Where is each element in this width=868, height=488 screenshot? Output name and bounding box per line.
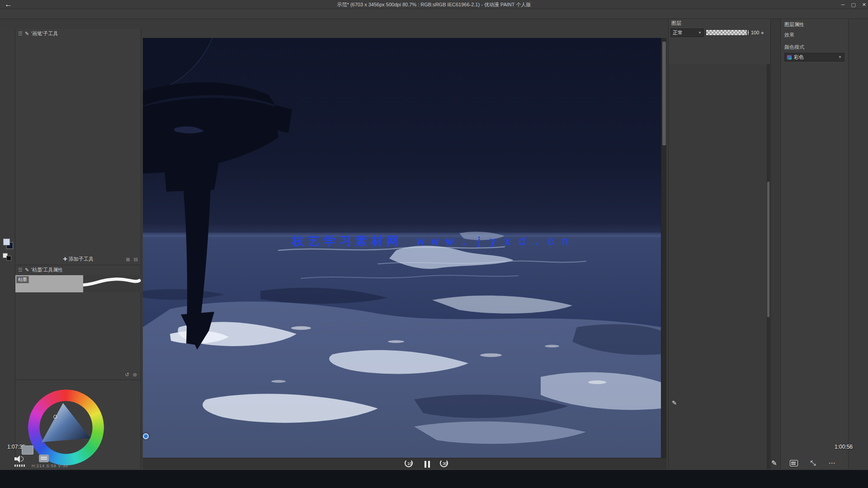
subtool-panel-header: ☰ ✎ '画笔'子工具: [15, 29, 141, 38]
subtool-panel-title: '画笔'子工具: [31, 30, 58, 37]
transcript-icon[interactable]: [790, 460, 798, 466]
layer-property-title: 图层属性: [781, 19, 848, 29]
layer-lock-icons: [669, 38, 770, 47]
default-colors-icon[interactable]: [6, 256, 11, 261]
panel-menu-icon[interactable]: ☰: [18, 31, 23, 37]
subtool-tabs: [15, 38, 141, 39]
brush-list: [15, 64, 141, 256]
exit-fullscreen-icon[interactable]: ⤡: [811, 459, 816, 467]
collapsed-panel-strip: [770, 19, 780, 469]
title-bar: 示范* (6703 x 3456px 500dpi 80.7% : RGB:sR…: [0, 0, 868, 9]
speaker-icon[interactable]: [14, 455, 24, 463]
layers-panel: 图层 正常▼ 100 ◆: [668, 19, 770, 469]
reset-icon[interactable]: ↺: [125, 372, 129, 378]
settings-icon[interactable]: ⊜: [133, 372, 137, 378]
add-subtool-button[interactable]: ✚ 添加子工具: [15, 256, 141, 265]
subtitle-toggle-icon[interactable]: [39, 455, 49, 462]
screen: 示范* (6703 x 3456px 500dpi 80.7% : RGB:sR…: [0, 0, 868, 488]
color-mode-label: 颜色模式: [781, 41, 848, 52]
layer-list: [669, 64, 771, 469]
tool-property-panel: ☰ ✎ '枯墨'工具属性 枯墨 ↺ ⊜: [15, 265, 141, 380]
volume-control[interactable]: [14, 455, 24, 463]
panel-menu-icon[interactable]: ☰: [18, 267, 23, 273]
brush-icon: ✎: [25, 267, 29, 273]
tool-strip: [0, 29, 15, 470]
minimize-button[interactable]: ─: [841, 2, 845, 7]
blend-mode-dropdown[interactable]: 正常▼: [670, 28, 704, 37]
player-progress-handle[interactable]: [143, 433, 149, 439]
close-button[interactable]: ✕: [862, 2, 866, 8]
player-back-icon[interactable]: ←: [5, 0, 12, 9]
maximize-button[interactable]: ▢: [851, 2, 855, 8]
forward-30-button[interactable]: 30: [440, 459, 450, 469]
panel-icon-column: [848, 19, 868, 469]
layer-opacity-value: 100: [751, 30, 759, 35]
canvas-scrollbar[interactable]: [661, 38, 666, 458]
delete-icon[interactable]: ⊟: [134, 257, 138, 263]
layer-property-panel: 图层属性 效果 颜色模式 彩色 ▼: [780, 19, 848, 469]
add-icon[interactable]: ⊞: [126, 257, 130, 263]
color-panel-tabs: [15, 380, 141, 388]
subtool-panel: ☰ ✎ '画笔'子工具 ✚ 添加子工具 ⊞ ⊟: [15, 29, 141, 265]
layer-action-icons: [669, 47, 770, 57]
brush-name-chip: 枯墨: [16, 276, 29, 283]
canvas[interactable]: 枝艺学习素材网ｗｗｗ．ｊｙｘｄ．ｃｎ: [143, 38, 661, 458]
layer-opacity-slider[interactable]: [706, 29, 749, 36]
taskbar: [0, 470, 868, 488]
player-duration: 1:00:56: [835, 444, 853, 450]
layers-panel-title: 图层: [669, 19, 770, 27]
command-bar: [136, 19, 669, 29]
edit-pencil-icon: ✎: [672, 399, 677, 406]
hsv-readout: H:214 S:58 V:30: [32, 464, 68, 468]
window-controls: ─ ▢ ✕: [841, 0, 866, 9]
more-options-icon[interactable]: ⋯: [829, 459, 835, 467]
color-mode-dropdown[interactable]: 彩色 ▼: [784, 53, 844, 61]
tool-property-title: '枯墨'工具属性: [31, 267, 63, 273]
player-preview-thumb: [22, 446, 33, 455]
player-right-controls: ✎ ⤡ ⋯: [771, 459, 835, 467]
effect-label: 效果: [781, 29, 848, 39]
brush-icon: ✎: [25, 31, 29, 37]
color-mode-swatch: [787, 55, 792, 60]
window-title: 示范* (6703 x 3456px 500dpi 80.7% : RGB:sR…: [0, 0, 868, 9]
tool-property-header: ☰ ✎ '枯墨'工具属性: [15, 265, 141, 274]
player-progress-bar[interactable]: [143, 436, 628, 437]
menu-bar: [0, 9, 868, 19]
layer-list-scrollbar[interactable]: [767, 64, 770, 469]
notes-pencil-icon[interactable]: ✎: [771, 459, 777, 467]
player-controls: 10 30: [405, 459, 450, 469]
brush-stroke-preview: 枯墨: [15, 275, 141, 292]
foreground-color-swatch[interactable]: [3, 239, 10, 245]
watermark: 枝艺学习素材网ｗｗｗ．ｊｙｘｄ．ｃｎ: [292, 233, 574, 249]
color-cursor[interactable]: [53, 415, 57, 419]
rewind-10-button[interactable]: 10: [405, 459, 415, 469]
pause-button[interactable]: [425, 461, 430, 468]
